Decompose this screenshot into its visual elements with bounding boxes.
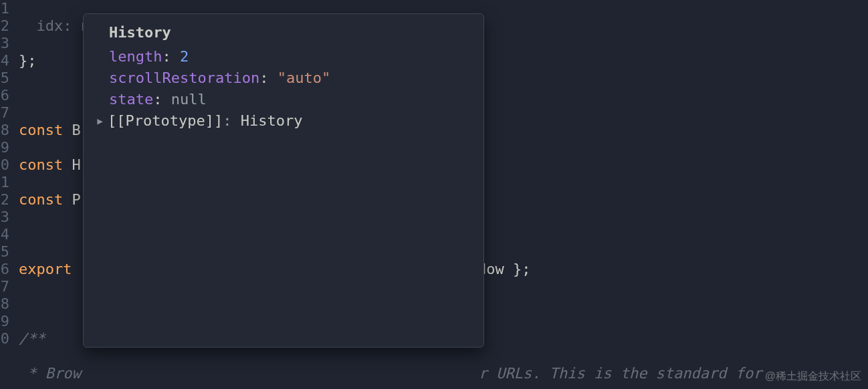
code-text: P	[63, 191, 81, 208]
line-number: 5	[0, 70, 9, 87]
line-number: 3	[0, 209, 9, 226]
line-number-gutter: 1 2 3 4 5 6 7 8 9 0 1 2 3 4 5 6 7 8 9 0	[0, 0, 9, 389]
code-text: };	[19, 52, 37, 69]
code-text: H	[63, 156, 81, 173]
code-keyword: const	[19, 156, 63, 173]
line-number: 0	[0, 330, 9, 348]
line-number: 6	[0, 261, 9, 278]
tooltip-title: History	[109, 22, 477, 43]
line-number: 2	[0, 191, 9, 209]
code-keyword: const	[19, 122, 63, 138]
line-number: 9	[0, 139, 9, 156]
watermark: @稀土掘金技术社区	[765, 368, 861, 385]
hover-tooltip[interactable]: History length: 2 scrollRestoration: "au…	[83, 13, 484, 348]
code-comment: /**	[19, 330, 45, 347]
tooltip-property-row[interactable]: state: null	[109, 89, 477, 110]
tooltip-property-row[interactable]: length: 2	[109, 46, 477, 68]
line-number: 8	[0, 295, 9, 313]
line-number: 3	[0, 35, 9, 52]
line-number: 4	[0, 226, 9, 243]
code-text: B	[63, 122, 81, 138]
line-number: 1	[0, 174, 9, 191]
line-number: 1	[0, 0, 9, 17]
code-comment: * Brow	[19, 365, 81, 382]
line-number: 0	[0, 156, 9, 174]
tooltip-prototype-row[interactable]: ▸[[Prototype]]: History	[96, 110, 477, 132]
line-number: 6	[0, 87, 9, 104]
code-keyword: const	[19, 191, 63, 208]
code-keyword: export	[19, 261, 72, 277]
line-number: 8	[0, 122, 9, 139]
code-text: idx:	[19, 17, 81, 34]
line-number: 7	[0, 278, 9, 295]
line-number: 7	[0, 104, 9, 122]
line-number: 4	[0, 52, 9, 70]
line-number: 5	[0, 243, 9, 261]
expand-triangle-icon[interactable]: ▸	[96, 110, 108, 132]
line-number: 2	[0, 17, 9, 35]
line-number: 9	[0, 313, 9, 330]
code-comment: r URLs. This is the standard for	[479, 365, 762, 382]
tooltip-property-row[interactable]: scrollRestoration: "auto"	[109, 68, 477, 89]
